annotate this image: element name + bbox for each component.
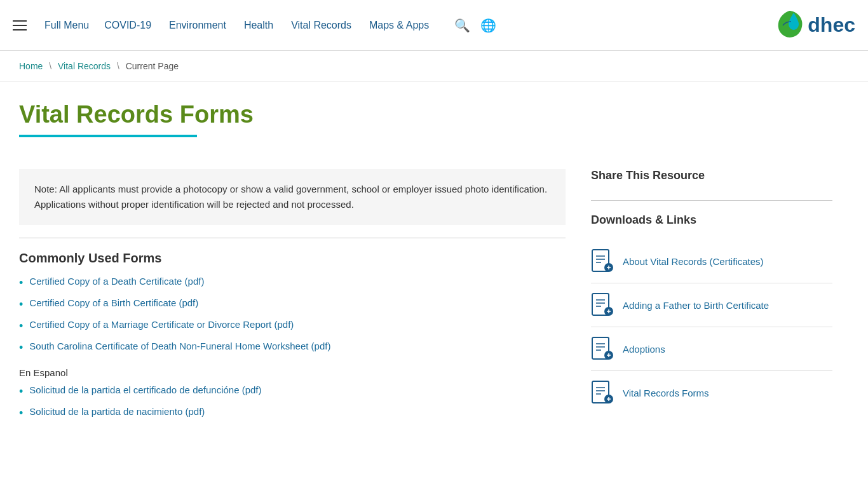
document-icon [591,380,614,405]
breadcrumb-current: Current Page [126,61,179,71]
bullet-icon: • [19,341,23,355]
main-nav: COVID-19 Environment Health Vital Record… [104,20,429,31]
bullet-icon: • [19,407,23,420]
logo-text: dhec [808,13,855,37]
forms-list: • Certified Copy of a Death Certificate … [19,276,566,355]
download-link-father[interactable]: Adding a Father to Birth Certificate [623,300,769,311]
nav-maps-apps[interactable]: Maps & Apps [369,20,429,30]
globe-icon[interactable]: 🌐 [480,18,496,33]
download-item[interactable]: Vital Records Forms [591,371,832,414]
bullet-icon: • [19,320,23,333]
list-item: • Certified Copy of a Marriage Certifica… [19,319,566,333]
main-layout: Note: All applicants must provide a phot… [0,156,868,445]
espanol-forms-list: • Solicitud de la partida el certificado… [19,384,566,420]
form-link-marriage-cert[interactable]: Certified Copy of a Marriage Certificate… [29,319,294,330]
title-underline [19,135,197,137]
sidebar: Share This Resource Downloads & Links Ab… [591,169,832,433]
header: Full Menu COVID-19 Environment Health Vi… [0,0,868,51]
bullet-icon: • [19,298,23,311]
header-left: Full Menu COVID-19 Environment Health Vi… [13,18,496,33]
note-box: Note: All applicants must provide a phot… [19,169,566,225]
form-link-sc-death[interactable]: South Carolina Certificate of Death Non-… [29,341,330,351]
download-link-vital-records[interactable]: Vital Records Forms [623,388,709,398]
breadcrumb-sep-1: \ [49,61,51,71]
form-link-death-cert[interactable]: Certified Copy of a Death Certificate (p… [29,276,204,287]
form-link-birth-cert[interactable]: Certified Copy of a Birth Certificate (p… [29,297,198,308]
download-item[interactable]: Adding a Father to Birth Certificate [591,283,832,327]
search-icon[interactable]: 🔍 [454,18,470,33]
list-item: • South Carolina Certificate of Death No… [19,341,566,355]
page-title: Vital Records Forms [19,101,849,128]
document-icon [591,336,614,362]
download-link-about[interactable]: About Vital Records (Certificates) [623,256,763,267]
content-divider [19,238,566,238]
main-content: Note: All applicants must provide a phot… [19,169,566,433]
bullet-icon: • [19,276,23,290]
bullet-icon: • [19,385,23,398]
document-icon [591,248,614,274]
nav-vital-records[interactable]: Vital Records [291,20,351,30]
downloads-title: Downloads & Links [591,214,832,227]
share-title: Share This Resource [591,169,832,187]
page-title-area: Vital Records Forms [0,82,868,156]
download-link-adoptions[interactable]: Adoptions [623,344,665,355]
download-item[interactable]: Adoptions [591,327,832,371]
hamburger-menu[interactable] [13,20,27,30]
note-text: Note: All applicants must provide a phot… [34,182,550,212]
breadcrumb-home[interactable]: Home [19,61,43,71]
nav-environment[interactable]: Environment [169,20,226,30]
commonly-used-heading: Commonly Used Forms [19,251,566,266]
nav-links: COVID-19 Environment Health Vital Record… [104,20,429,31]
nav-health[interactable]: Health [244,20,273,30]
sidebar-divider [591,200,832,201]
form-link-espanol-birth[interactable]: Solicitud de la partida de nacimiento (p… [29,406,205,417]
list-item: • Certified Copy of a Death Certificate … [19,276,566,290]
logo-leaf-icon [773,8,805,43]
full-menu-link[interactable]: Full Menu [44,20,89,31]
list-item: • Solicitud de la partida el certificado… [19,384,566,398]
nav-covid[interactable]: COVID-19 [104,20,151,30]
list-item: • Certified Copy of a Birth Certificate … [19,297,566,311]
document-icon [591,292,614,318]
espanol-label: En Espanol [19,367,566,378]
breadcrumb-sep-2: \ [117,61,119,71]
download-item[interactable]: About Vital Records (Certificates) [591,240,832,283]
downloads-section: Downloads & Links About Vital Records (C… [591,214,832,414]
share-section: Share This Resource [591,169,832,187]
list-item: • Solicitud de la partida de nacimiento … [19,406,566,420]
breadcrumb: Home \ Vital Records \ Current Page [0,51,868,82]
form-link-espanol-death[interactable]: Solicitud de la partida el certificado d… [29,384,261,395]
header-icons: 🔍 🌐 [454,18,496,33]
breadcrumb-vital-records[interactable]: Vital Records [58,61,111,71]
logo[interactable]: dhec [773,8,855,43]
